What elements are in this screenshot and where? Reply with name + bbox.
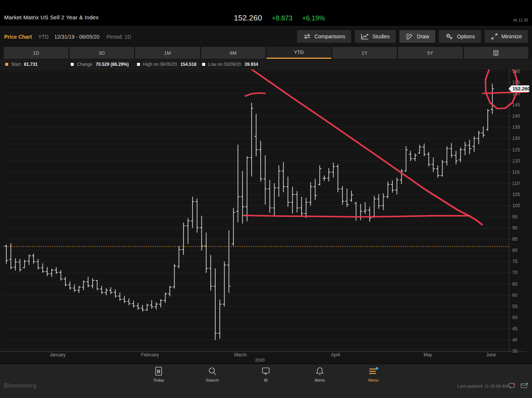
y-axis-label: 110 xyxy=(512,181,520,186)
tab-label: 1D xyxy=(33,50,39,56)
tab-ytd[interactable]: YTD xyxy=(267,47,331,59)
nav-item-today[interactable]: BToday xyxy=(142,366,175,382)
last-price: 152.260 xyxy=(234,13,262,22)
y-axis-label: 70 xyxy=(512,270,517,275)
month-label: March xyxy=(234,352,246,357)
footer-status-icons xyxy=(509,383,528,389)
y-axis-label: 145 xyxy=(512,102,520,107)
ib-chat-icon xyxy=(249,366,283,377)
alerts-bell-icon xyxy=(303,366,337,377)
minimize-button[interactable]: Minimize xyxy=(485,30,528,43)
tab-1d[interactable]: 1D xyxy=(4,47,69,59)
nav-item-alerts[interactable]: Alerts xyxy=(303,366,337,382)
svg-text:B: B xyxy=(157,369,160,374)
y-axis-label: 80 xyxy=(512,248,517,253)
y-axis-label: 40 xyxy=(512,337,517,343)
chart-legend-row: Start81.731Change70.529 (86.29%)High on … xyxy=(0,60,532,70)
y-axis-label: 120 xyxy=(512,158,520,164)
bloomberg-price-chart-app: 3540455055606570758085909510010511011512… xyxy=(0,0,532,398)
price-change: +8.873 xyxy=(272,15,293,22)
month-label: April xyxy=(331,352,340,357)
last-price-axis-tag-text: 152.260 xyxy=(513,86,530,92)
y-axis-label: 100 xyxy=(512,203,520,208)
y-axis-label: 105 xyxy=(512,192,520,197)
drawn-trendline-down[interactable] xyxy=(249,67,482,225)
as-of-time: At 11:35 xyxy=(513,18,528,22)
month-label: February xyxy=(141,352,159,357)
month-label: January xyxy=(50,352,66,357)
draw-button[interactable]: Draw xyxy=(399,30,435,43)
studies-icon xyxy=(361,33,369,40)
last-updated-text: Last updated: 11:35:58 AM xyxy=(457,384,508,388)
chart-toolbar: Price Chart YTD 12/31/19 - 06/05/20 Peri… xyxy=(0,26,532,46)
y-axis-label: 95 xyxy=(512,214,517,219)
draw-icon xyxy=(405,33,414,40)
y-axis-label: 140 xyxy=(512,113,520,119)
y-axis-label: 65 xyxy=(512,282,517,287)
drawn-support-line[interactable] xyxy=(243,215,470,217)
calendar-icon xyxy=(493,49,499,56)
y-axis-label: 35 xyxy=(512,349,517,354)
tab-6m[interactable]: 6M xyxy=(201,47,266,59)
y-axis-label: 75 xyxy=(512,259,517,264)
nav-label: Menu xyxy=(357,378,390,382)
drawn-short-arc[interactable] xyxy=(245,93,265,96)
message-error-icon[interactable] xyxy=(509,383,516,389)
legend-value: 81.731 xyxy=(24,62,38,67)
nav-item-ib[interactable]: IB xyxy=(249,366,283,382)
range-tab-row: 1D3D1M6MYTD1Y5Y xyxy=(4,47,528,59)
tab-label: 3D xyxy=(99,50,105,56)
button-label: Studies xyxy=(372,33,390,39)
y-axis-label: 90 xyxy=(512,225,517,231)
month-label: June xyxy=(486,352,496,357)
month-label: May xyxy=(424,352,432,357)
y-axis-label: 160 xyxy=(512,69,520,74)
tab-label: YTD xyxy=(294,49,304,55)
studies-button[interactable]: Studies xyxy=(355,30,396,43)
tab-1y[interactable]: 1Y xyxy=(332,47,397,59)
year-label: 2020 xyxy=(255,358,265,362)
tab-5y[interactable]: 5Y xyxy=(398,47,463,59)
minimize-icon xyxy=(491,33,498,40)
y-axis-label: 55 xyxy=(512,304,517,309)
nav-label: IB xyxy=(249,378,283,382)
tab-custom-date[interactable] xyxy=(464,47,529,59)
button-label: Options xyxy=(457,33,475,39)
chart-type-label[interactable]: Price Chart xyxy=(4,34,32,40)
menu-icon xyxy=(357,366,390,377)
range-label: YTD xyxy=(38,34,49,40)
date-range-label: 12/31/19 - 06/05/20 xyxy=(54,34,99,40)
y-axis-label: 135 xyxy=(512,125,520,130)
options-icon xyxy=(445,33,454,40)
nav-label: Today xyxy=(142,378,175,382)
options-button[interactable]: Options xyxy=(439,30,481,43)
y-axis-label: 60 xyxy=(512,293,517,298)
legend-value: 70.529 (86.29%) xyxy=(96,62,129,67)
legend-item: Start81.731 xyxy=(5,62,38,67)
bloomberg-wordmark: Bloomberg xyxy=(4,382,36,389)
mail-notification-icon[interactable] xyxy=(520,383,528,389)
y-axis-label: 45 xyxy=(512,326,517,331)
today-icon: B xyxy=(142,366,175,377)
legend-label: Low on 03/09/20 xyxy=(208,62,241,67)
period-label: Period: 1D xyxy=(106,34,131,40)
tab-3d[interactable]: 3D xyxy=(70,47,134,59)
tab-1m[interactable]: 1M xyxy=(135,47,200,59)
nav-label: Search xyxy=(195,378,229,382)
drawn-level-line[interactable] xyxy=(483,92,528,93)
legend-item: Low on 03/09/2039.934 xyxy=(202,62,258,67)
legend-value: 39.934 xyxy=(245,62,258,67)
legend-label: High on 06/05/20 xyxy=(143,62,177,67)
legend-item: Change70.529 (86.29%) xyxy=(71,62,129,67)
security-title: Market Matrix US Sell 2 Year & Index xyxy=(4,14,99,20)
y-axis-label: 50 xyxy=(512,315,517,320)
nav-item-search[interactable]: Search xyxy=(195,366,229,382)
y-axis-label: 115 xyxy=(512,170,520,175)
price-change-percent: +6.19% xyxy=(302,15,325,22)
chart-toolbar-info: Price Chart YTD 12/31/19 - 06/05/20 Peri… xyxy=(4,34,131,40)
comparisons-icon xyxy=(303,33,311,40)
comparisons-button[interactable]: Comparisons xyxy=(297,30,351,43)
nav-item-menu[interactable]: Menu xyxy=(357,366,390,382)
tab-label: 1Y xyxy=(361,50,367,56)
legend-marker xyxy=(202,63,205,66)
